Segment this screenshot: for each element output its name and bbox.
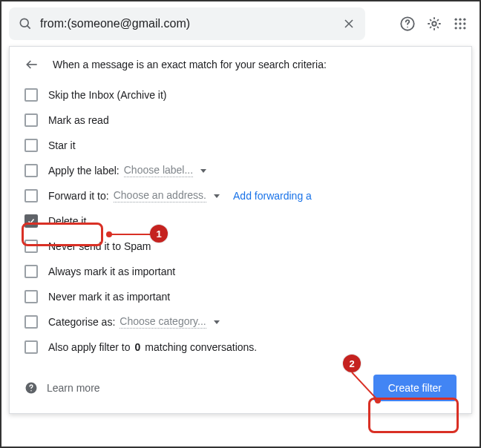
- option-label: Skip the Inbox (Archive it): [48, 89, 167, 101]
- dropdown[interactable]: Choose label...: [124, 164, 193, 177]
- filter-option-row: Categorise as:Choose category...: [24, 309, 457, 335]
- svg-point-11: [459, 22, 461, 24]
- option-label: Star it: [48, 139, 76, 151]
- filter-panel: When a message is an exact match for you…: [9, 46, 472, 414]
- option-label: Apply the label:Choose label...: [48, 164, 206, 177]
- apps-icon[interactable]: [453, 16, 468, 31]
- checkbox[interactable]: [24, 189, 38, 202]
- option-label: Categorise as:Choose category...: [48, 315, 220, 329]
- chevron-down-icon: [200, 169, 206, 173]
- panel-footer: Learn more Create filter: [24, 375, 457, 401]
- svg-point-13: [455, 27, 457, 29]
- top-bar: from:(someone@gmail.com): [1, 1, 480, 43]
- search-icon[interactable]: [18, 16, 33, 31]
- add-forwarding-link[interactable]: Add forwarding a: [233, 190, 312, 202]
- checkbox[interactable]: [24, 113, 38, 127]
- filter-option-row: Never send it to Spam: [24, 234, 457, 259]
- filter-option-row: Mark as read: [24, 108, 457, 133]
- header-icons: [399, 16, 472, 32]
- search-input[interactable]: from:(someone@gmail.com): [33, 17, 341, 30]
- checkbox[interactable]: [24, 290, 38, 303]
- option-label: Forward it to:Choose an address.Add forw…: [48, 189, 312, 202]
- help-filled-icon: [24, 381, 38, 395]
- svg-point-14: [459, 27, 461, 29]
- option-label: Mark as read: [48, 114, 109, 126]
- dropdown[interactable]: Choose an address.: [114, 189, 206, 202]
- svg-point-15: [463, 27, 465, 29]
- checkbox[interactable]: [24, 315, 38, 329]
- option-label: Always mark it as important: [48, 266, 175, 277]
- learn-more[interactable]: Learn more: [24, 381, 100, 395]
- learn-more-label: Learn more: [47, 382, 100, 394]
- option-label: Also apply filter to 0 matching conversa…: [48, 341, 257, 353]
- svg-point-0: [20, 19, 28, 27]
- svg-point-18: [30, 390, 32, 392]
- search-box[interactable]: from:(someone@gmail.com): [9, 7, 365, 40]
- panel-header: When a message is an exact match for you…: [24, 57, 457, 72]
- option-label: Never mark it as important: [48, 291, 170, 303]
- svg-point-12: [463, 22, 465, 24]
- option-label: Delete it: [48, 215, 86, 227]
- checkbox[interactable]: [24, 340, 38, 354]
- svg-point-7: [455, 19, 457, 21]
- back-arrow-icon[interactable]: [24, 57, 39, 72]
- checkbox[interactable]: [24, 139, 38, 152]
- filter-option-row: Also apply filter to 0 matching conversa…: [24, 335, 457, 360]
- filter-option-row: Always mark it as important: [24, 259, 457, 284]
- option-label: Never send it to Spam: [48, 240, 151, 252]
- filter-option-row: Skip the Inbox (Archive it): [24, 82, 457, 108]
- filter-option-row: Forward it to:Choose an address.Add forw…: [24, 183, 457, 208]
- svg-point-10: [455, 22, 457, 24]
- clear-icon[interactable]: [341, 16, 356, 31]
- filter-option-row: Apply the label:Choose label...: [24, 158, 457, 183]
- filter-option-row: Delete it: [24, 208, 457, 234]
- checkbox[interactable]: [24, 214, 38, 228]
- panel-title: When a message is an exact match for you…: [53, 59, 327, 70]
- filter-option-row: Star it: [24, 133, 457, 158]
- svg-point-6: [432, 22, 436, 26]
- chevron-down-icon: [214, 320, 220, 324]
- checkbox[interactable]: [24, 265, 38, 278]
- checkbox[interactable]: [24, 164, 38, 177]
- dropdown[interactable]: Choose category...: [120, 315, 206, 329]
- svg-line-1: [27, 26, 30, 29]
- gear-icon[interactable]: [426, 16, 442, 32]
- svg-point-9: [463, 19, 465, 21]
- svg-point-5: [407, 27, 408, 28]
- filter-option-row: Never mark it as important: [24, 284, 457, 309]
- chevron-down-icon: [214, 194, 220, 198]
- help-icon[interactable]: [399, 16, 416, 32]
- checkbox[interactable]: [24, 88, 38, 102]
- svg-point-8: [459, 19, 461, 21]
- create-filter-button[interactable]: Create filter: [373, 375, 457, 401]
- checkbox[interactable]: [24, 240, 38, 253]
